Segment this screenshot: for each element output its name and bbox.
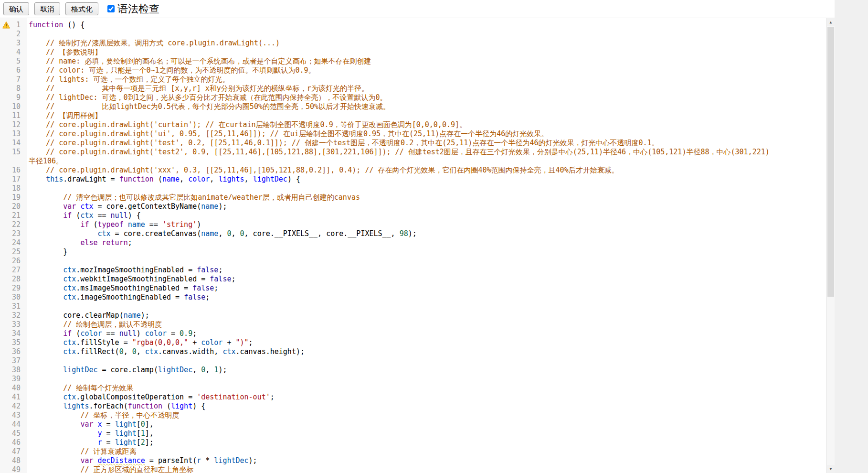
format-button[interactable]: 格式化	[65, 2, 98, 15]
line-number: 34	[0, 329, 27, 338]
code-line[interactable]: 18	[0, 184, 835, 193]
code-line[interactable]: 47 // 计算衰减距离	[0, 447, 835, 456]
code-line[interactable]: 25 }	[0, 247, 835, 257]
line-number: 8	[0, 84, 27, 93]
line-number: 19	[0, 193, 27, 202]
line-number: 26	[0, 257, 27, 266]
line-number: 28	[0, 275, 27, 284]
code-line[interactable]: 34 if (color == null) color = 0.9;	[0, 329, 835, 338]
code-line[interactable]: 26	[0, 257, 835, 266]
syntax-check-checkbox[interactable]	[107, 5, 115, 12]
code-text: var decDistance = parseInt(r * lightDec)…	[29, 456, 773, 465]
code-line[interactable]: 28 ctx.webkitImageSmoothingEnabled = fal…	[0, 275, 835, 284]
line-number: 37	[0, 356, 27, 366]
cancel-button[interactable]: 取消	[34, 2, 60, 15]
line-number: 46	[0, 438, 27, 447]
code-line[interactable]: 29 ctx.msImageSmoothingEnabled = false;	[0, 284, 835, 293]
code-line[interactable]: 7 // lights: 可选，一个数组，定义了每个独立的灯光。	[0, 75, 835, 84]
code-text: // 比如lightDec为0.5代表，每个灯光部分内圈50%的范围全亮，50%…	[29, 102, 773, 111]
code-line[interactable]: 46 r = light[2];	[0, 438, 835, 447]
line-number: 44	[0, 420, 27, 429]
code-line[interactable]: 16 // core.plugin.drawLight('xxx', 0.3, …	[0, 166, 835, 175]
code-line[interactable]: 35 ctx.fillStyle = "rgba(0,0,0," + color…	[0, 338, 835, 347]
code-text: // name: 必填，要绘制到的画布名；可以是一个系统画布，或者是个自定义画布…	[29, 57, 773, 66]
code-line[interactable]: 5 // name: 必填，要绘制到的画布名；可以是一个系统画布，或者是个自定义…	[0, 57, 835, 66]
code-line[interactable]: 17 this.drawLight = function (name, colo…	[0, 175, 835, 184]
code-line[interactable]: 41 ctx.globalCompositeOperation = 'desti…	[0, 393, 835, 402]
code-line[interactable]: 4 // 【参数说明】	[0, 48, 835, 57]
code-text: // 坐标，半径，中心不透明度	[29, 411, 773, 420]
code-line[interactable]: 39	[0, 375, 835, 384]
line-number: 33	[0, 320, 27, 329]
code-line[interactable]: 38 lightDec = core.clamp(lightDec, 0, 1)…	[0, 366, 835, 375]
code-line[interactable]: 31	[0, 302, 835, 311]
code-line[interactable]: 37	[0, 356, 835, 366]
code-text: // 绘制色调层，默认不透明度	[29, 320, 773, 329]
line-number: 7	[0, 75, 27, 84]
code-line[interactable]: 14 // core.plugin.drawLight('test', 0.2,…	[0, 139, 835, 148]
code-text: // core.plugin.drawLight('test', 0.2, [[…	[29, 139, 773, 148]
line-number: 22	[0, 220, 27, 229]
code-line[interactable]: 22 if (typeof name == 'string')	[0, 220, 835, 229]
line-number: 29	[0, 284, 27, 293]
confirm-button[interactable]: 确认	[3, 2, 29, 15]
code-line[interactable]: 21 if (ctx == null) {	[0, 211, 835, 220]
code-text: r = light[2];	[29, 438, 773, 447]
line-number: 31	[0, 302, 27, 311]
toolbar: 确认 取消 格式化 语法检查	[0, 0, 835, 18]
line-number: 40	[0, 384, 27, 393]
code-line[interactable]: 30 ctx.imageSmoothingEnabled = false;	[0, 293, 835, 302]
line-number: 27	[0, 266, 27, 275]
code-line[interactable]: 8 // 其中每一项是三元组 [x,y,r] x和y分别为该灯光的横纵坐标，r为…	[0, 84, 835, 93]
code-line[interactable]: 20 var ctx = core.getContextByName(name)…	[0, 202, 835, 211]
code-text: }	[29, 247, 773, 257]
line-number: 32	[0, 311, 27, 320]
code-line[interactable]: 49 // 正方形区域的直径和左上角坐标	[0, 465, 835, 473]
line-number: 12	[0, 120, 27, 129]
scroll-up-icon[interactable]: ▲	[827, 18, 835, 26]
warning-icon	[2, 22, 10, 29]
code-line[interactable]: 45 y = light[1],	[0, 429, 835, 438]
code-line[interactable]: 12 // core.plugin.drawLight('curtain'); …	[0, 120, 835, 129]
code-line[interactable]: 43 // 坐标，半径，中心不透明度	[0, 411, 835, 420]
code-text: // 正方形区域的直径和左上角坐标	[29, 465, 773, 473]
line-number: 9	[0, 93, 27, 102]
code-text: // core.plugin.drawLight('curtain'); // …	[29, 120, 773, 129]
vertical-scrollbar[interactable]: ▲ ▼	[826, 18, 835, 473]
scroll-down-icon[interactable]: ▼	[827, 465, 835, 473]
code-line[interactable]: 15 // core.plugin.drawLight('test2', 0.9…	[0, 148, 835, 166]
code-line[interactable]: 40 // 绘制每个灯光效果	[0, 384, 835, 393]
code-text: // 绘制每个灯光效果	[29, 384, 773, 393]
code-editor[interactable]: 1function () {23 // 绘制灯光/漆黑层效果。调用方式 core…	[0, 18, 835, 473]
code-line[interactable]: 6 // color: 可选，只能是一个0~1之间的数，为不透明度的值。不填则默…	[0, 66, 835, 75]
code-line[interactable]: 19 // 清空色调层；也可以修改成其它层比如animate/weather层，…	[0, 193, 835, 202]
code-text: // color: 可选，只能是一个0~1之间的数，为不透明度的值。不填则默认为…	[29, 66, 773, 75]
code-line[interactable]: 33 // 绘制色调层，默认不透明度	[0, 320, 835, 329]
code-line[interactable]: 13 // core.plugin.drawLight('ui', 0.95, …	[0, 129, 835, 139]
code-text: ctx.imageSmoothingEnabled = false;	[29, 293, 773, 302]
code-line[interactable]: 42 lights.forEach(function (light) {	[0, 402, 835, 411]
syntax-check-label: 语法检查	[117, 2, 159, 16]
line-number: 4	[0, 48, 27, 57]
code-line[interactable]: 11 // 【调用样例】	[0, 111, 835, 120]
line-number: 23	[0, 229, 27, 238]
code-line[interactable]: 9 // lightDec: 可选，0到1之间，光从多少百分比才开始衰减（在此范…	[0, 93, 835, 102]
code-line[interactable]: 2	[0, 30, 835, 39]
code-line[interactable]: 32 core.clearMap(name);	[0, 311, 835, 320]
code-line[interactable]: 44 var x = light[0],	[0, 420, 835, 429]
line-number: 3	[0, 39, 27, 48]
code-line[interactable]: 23 ctx = core.createCanvas(name, 0, 0, c…	[0, 229, 835, 238]
code-text: // core.plugin.drawLight('ui', 0.95, [[2…	[29, 129, 773, 139]
code-text: // core.plugin.drawLight('xxx', 0.3, [[2…	[29, 166, 773, 175]
code-line[interactable]: 3 // 绘制灯光/漆黑层效果。调用方式 core.plugin.drawLig…	[0, 39, 835, 48]
code-line[interactable]: 10 // 比如lightDec为0.5代表，每个灯光部分内圈50%的范围全亮，…	[0, 102, 835, 111]
code-line[interactable]: 36 ctx.fillRect(0, 0, ctx.canvas.width, …	[0, 347, 835, 356]
code-line[interactable]: 27 ctx.mozImageSmoothingEnabled = false;	[0, 266, 835, 275]
scrollbar-thumb[interactable]	[827, 27, 834, 297]
code-line[interactable]: 24 else return;	[0, 238, 835, 247]
line-number: 15	[0, 148, 27, 166]
code-text	[29, 184, 773, 193]
code-line[interactable]: 48 var decDistance = parseInt(r * lightD…	[0, 456, 835, 465]
code-text: ctx.mozImageSmoothingEnabled = false;	[29, 266, 773, 275]
code-line[interactable]: 1function () {	[0, 21, 835, 30]
